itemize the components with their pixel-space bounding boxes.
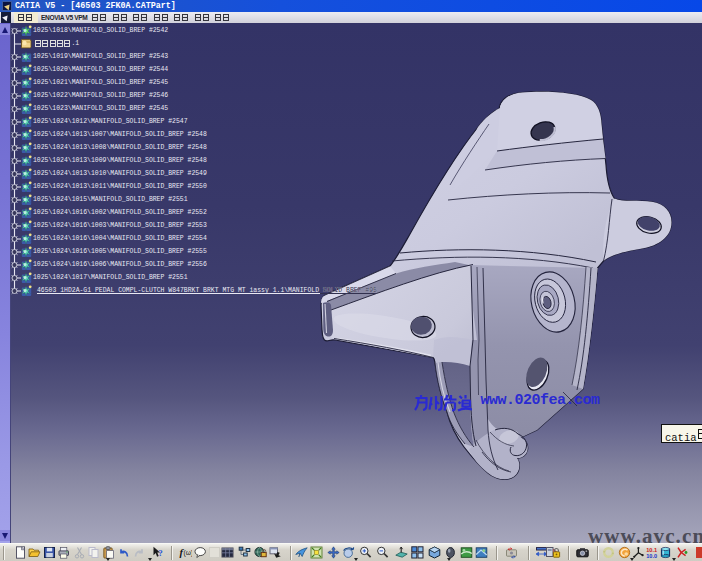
- svg-text:(ω): (ω): [184, 549, 192, 557]
- svg-text:10.0: 10.0: [646, 553, 657, 559]
- svg-text:?: ?: [158, 548, 163, 558]
